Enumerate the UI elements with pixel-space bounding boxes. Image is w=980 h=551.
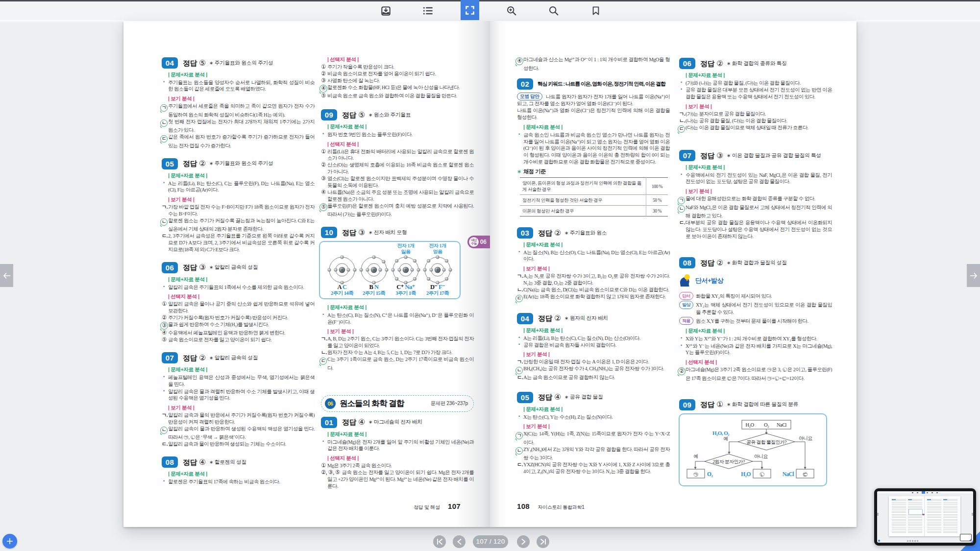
download-button[interactable] (376, 1, 395, 20)
question-topic: ∗주기율표와 원소 (564, 230, 607, 237)
correct-answer-ring: ㄴ (678, 205, 685, 213)
mini-purple-tab (922, 514, 925, 515)
question-number-badge: 07 (679, 150, 695, 161)
answer-item-header: 04정답②∗원자의 전자 배치 (517, 313, 670, 324)
label-pipe: | (548, 265, 550, 271)
label-pipe: | (523, 124, 525, 130)
naesin-suneung-number: 06 (480, 236, 487, 248)
fullscreen-icon (465, 5, 475, 15)
bookmark-button[interactable] (587, 1, 605, 20)
bullet-dot: • (322, 312, 324, 317)
marker-letter: ㄴ. (517, 287, 523, 292)
answer-item: 03정답②∗주기율표와 원소| 문제+자료 분석 |•A는 질소(N), B는 … (517, 227, 670, 302)
bullet-dot: • (681, 87, 682, 92)
bullet-dot: • (518, 249, 520, 254)
bullet-line: •공유 결합은 비금속 원자들 사이의 결합이다. (517, 341, 670, 348)
body-text: 원자가 전자 수는 A는 4, B는 5, C는 1, D는 7로 D가 가장 … (327, 350, 452, 355)
line-marker: ① (321, 148, 327, 155)
label-pipe: | (365, 431, 367, 437)
marker-number: ④ (162, 330, 167, 335)
asterisk-icon: ∗ (727, 260, 731, 265)
question-topic: ∗할로젠의 성질 (209, 459, 246, 466)
label-pipe: | (523, 241, 525, 247)
body-text: 화합물 XY₂의 특징이 제시되어 있다. (696, 293, 772, 299)
data-analysis-label: | 문제+자료 분석 | (523, 327, 670, 334)
right-arrow-icon (970, 272, 978, 279)
body-text: 할로젠화 수소 화합물(HF, HCl 등)은 물에 녹아 산성을 나타낸다. (327, 85, 460, 90)
page-indicator[interactable]: 107 / 120 (473, 535, 508, 548)
asterisk-icon: ∗ (209, 60, 213, 66)
bullet-marker: • (679, 335, 686, 342)
last-page-button[interactable] (537, 535, 549, 548)
line-marker: ② (321, 71, 327, 77)
body-text: 리튬(Li)은 휴대 전화의 배터리에 사용되는 알칼리 금속으로 할로젠 원소… (327, 149, 474, 161)
answer-item-header: 02핵심 키워드 : 나트륨 이온, 염화 이온, 정전기적 인력, 이온 결합 (517, 78, 670, 90)
toc-button[interactable] (418, 1, 437, 20)
idea-head-icon (679, 274, 692, 287)
right-page: ④마그네슘과 산소는 Mg²⁺과 O²⁻이 1 : 1의 개수비로 결합하여 M… (490, 21, 857, 527)
asterisk-icon: ∗ (368, 419, 372, 425)
answer-item-header: 09정답①∗화학 결합에 따른 물질의 분류 (679, 399, 832, 410)
choice-line: ㄷC는 3주기 1족이므로 금속 원소, D는 2주기 17족이므로 비금속 원… (321, 356, 474, 371)
line-marker: ④ (162, 330, 168, 336)
prev-page-button[interactable] (453, 535, 466, 548)
label-pipe: | (561, 406, 563, 412)
label-pipe: | (168, 276, 170, 282)
bullet-dot: • (322, 131, 324, 136)
line-marker: ㄷ. (517, 461, 523, 468)
keyword-title: 핵심 키워드 : 나트륨 이온, 염화 이온, 정전기적 인력, 이온 결합 (538, 81, 665, 88)
body-text: BH₄(CH₄)는 공유 전자쌍 수가 4, CH₃(NH₃)는 공유 전자쌍 … (523, 366, 664, 371)
topic-text: 원소와 주기율표 (374, 112, 411, 118)
zoom-in-button[interactable] (502, 1, 521, 20)
first-page-button[interactable] (433, 535, 446, 548)
flow-substance: NaCl (777, 422, 787, 428)
bookmark-icon (591, 6, 601, 16)
answer-item: 07정답②∗알칼리 금속의 성질| 문제+자료 분석 |•페놀프탈레인 용액은 … (162, 352, 315, 448)
question-number-badge: 06 (162, 262, 178, 273)
correct-answer-ring: ⑤ (319, 203, 327, 211)
search-button[interactable] (544, 1, 563, 20)
line-marker: ㄷ (517, 293, 523, 302)
line-marker: ㄴ. (321, 349, 327, 356)
bullet-line: •A는 리튬(Li), B는 탄소(C), C는 플루오린(F), D는 나트륨… (162, 180, 315, 193)
asterisk-icon: ∗ (209, 459, 213, 465)
label-text: 문제+자료 분석 (330, 431, 364, 437)
next-page-button[interactable] (517, 535, 530, 548)
page-back-arrow[interactable] (0, 264, 13, 287)
fullscreen-button[interactable] (461, 0, 479, 20)
body-text: 사염화 탄소에 잘 녹는다. (327, 78, 380, 83)
line-marker: ① (321, 462, 327, 469)
label-pipe: | (723, 328, 725, 334)
bullet-marker: • (162, 374, 168, 381)
line-marker: ③ (321, 175, 327, 182)
bullet-dot: • (163, 374, 165, 379)
right-page-footer: 108 자이스토리 통합과학1 (517, 502, 584, 511)
bullet-line: •수용액에서의 전기 전도성이 있는 NaF, MgCl₂은 이온 결합 물질,… (679, 171, 832, 185)
prev-page-icon (457, 539, 462, 545)
bullet-marker: • (517, 341, 523, 348)
topic-text: 알칼리 금속의 성질 (215, 264, 258, 270)
bullet-dot: • (163, 79, 165, 84)
clue-tag: 발상 (679, 301, 693, 309)
body-text: 금속 원소이므로 전자를 잃고 양이온이 되기 쉽다. (168, 337, 271, 342)
answer-item: 09정답①∗화학 결합에 따른 물질의 분류H₂OO₂NaCl공유 결합 물질인… (679, 399, 832, 487)
choice-line: ④나트륨(Na)은 소금의 주요 성분 또는 조명에 사용되는 알칼리 금속으로… (321, 189, 474, 203)
add-annotation-button[interactable] (2, 534, 17, 549)
answer-label: 정답 (538, 315, 552, 322)
body-text: A는 금속 원소이므로 공유 결합하지 않는다. (523, 375, 615, 380)
answer-item: 10정답③∗전자 배치 모형A C2주기 14족B N2주기 15족전자 1개잃… (321, 227, 474, 371)
page-forward-arrow[interactable] (967, 264, 980, 287)
clue-tag-line: 발상XY₂는 액체 상태에서 전기 전도성이 있으므로 이온 결합 물질임을 추… (679, 301, 832, 315)
choice-analysis-label: | 선택지 분석 | (686, 359, 832, 365)
label-text: 보기 분석 (171, 196, 192, 202)
label-pipe: | (357, 56, 359, 62)
label-pipe: | (193, 405, 195, 410)
choice-line: ㄷ.알칼리 금속과 물이 반응하여 생성되는 기체는 수소이다. (162, 441, 315, 448)
marker-letter: ㄷ. (517, 462, 523, 467)
viewer-thumbnail-preview[interactable] (874, 488, 976, 546)
choice-line: ㄷ.2, 3주기에서 금속성은 주기율표를 기준으로 왼쪽 아래로 갈수록 커지… (162, 233, 315, 253)
body-text: 산소(O)는 생명체의 호흡에 이용되는 16족 비금속 원소로 할로젠 원소가… (327, 162, 474, 174)
body-text: YXZ(HCN)의 공유 전자쌍 수는 X와 Y 사이에 1, X와 Z 사이에… (523, 462, 670, 474)
label-text: 문제+자료 분석 (330, 304, 364, 310)
correct-answer-ring: ㄴ (515, 447, 523, 455)
